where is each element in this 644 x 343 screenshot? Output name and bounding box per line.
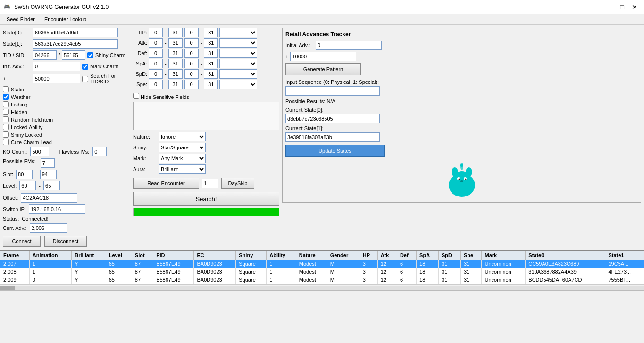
connect-button[interactable]: Connect	[3, 236, 41, 247]
cute-charm-checkbox[interactable]	[3, 139, 9, 145]
table-cell: Square	[236, 268, 267, 276]
scrollbar-track[interactable]	[0, 286, 644, 291]
table-cell: 3	[360, 276, 377, 284]
slot-min-input[interactable]	[16, 170, 33, 179]
spe-min-input[interactable]	[149, 80, 163, 89]
static-checkbox[interactable]	[3, 86, 9, 92]
def2-max-input[interactable]	[204, 49, 218, 58]
atk2-max-input[interactable]	[204, 38, 218, 48]
close-button[interactable]: ✕	[629, 2, 640, 12]
random-held-item-checkbox[interactable]	[3, 116, 9, 122]
table-cell: B5867E49	[153, 276, 194, 284]
menu-encounter-lookup[interactable]: Encounter Lookup	[40, 15, 91, 24]
shiny-select[interactable]: Star/Square	[159, 143, 206, 152]
slot-max-input[interactable]	[40, 170, 57, 179]
search-tid-sid-checkbox[interactable]	[82, 76, 88, 82]
read-encounter-button[interactable]: Read Encounter	[133, 178, 199, 189]
table-row[interactable]: 2,0090Y6587B5867E49BA0D9023Square1Modest…	[0, 276, 644, 284]
atk-max-input[interactable]	[168, 38, 183, 48]
search-button[interactable]: Search!	[133, 192, 279, 206]
flawless-ivs-input[interactable]	[92, 147, 107, 156]
state0-input[interactable]	[33, 28, 118, 37]
hp-max-input[interactable]	[168, 28, 183, 37]
shiny-locked-checkbox[interactable]	[3, 131, 9, 138]
hidden-row: Hidden	[3, 109, 130, 115]
update-states-button[interactable]: Update States	[285, 145, 385, 157]
level-max-input[interactable]	[43, 181, 60, 190]
current-state0-input[interactable]	[285, 114, 380, 123]
title-bar: 🎮 SwSh OWRNG Generator GUI v2.1.0 — □ ✕	[0, 0, 644, 14]
def2-dropdown[interactable]	[219, 49, 257, 58]
offset-input[interactable]	[21, 193, 77, 203]
mascot-svg	[445, 162, 478, 199]
def-row: Def: -	[133, 49, 183, 58]
weather-checkbox[interactable]	[3, 94, 9, 100]
locked-ability-checkbox[interactable]	[3, 124, 9, 130]
current-state1-input[interactable]	[285, 132, 380, 142]
advance-plus-input[interactable]	[33, 74, 80, 83]
curr-adv-input[interactable]	[30, 223, 67, 233]
day-skip-button[interactable]: DaySkip	[221, 178, 254, 189]
sid-input[interactable]	[62, 50, 85, 60]
spa2-max-input[interactable]	[204, 59, 218, 68]
spe-label: Spe:	[133, 82, 147, 87]
table-row[interactable]: 2,0081Y6587B5867E49BA0D9023Square1Modest…	[0, 268, 644, 276]
atk2-dropdown[interactable]	[219, 38, 257, 48]
possible-ems-input[interactable]	[41, 158, 55, 168]
def-min-input[interactable]	[149, 49, 163, 58]
initial-adv-input[interactable]	[316, 41, 382, 50]
spd2-max-input[interactable]	[204, 69, 218, 79]
def-max-input[interactable]	[168, 49, 183, 58]
spa-max-input[interactable]	[168, 59, 183, 68]
switch-ip-input[interactable]	[29, 204, 85, 214]
spe-max-input[interactable]	[168, 80, 183, 89]
table-cell: 65	[106, 276, 132, 284]
tracker-plus-input[interactable]	[290, 52, 356, 61]
hidden-checkbox[interactable]	[3, 109, 9, 115]
state1-input[interactable]	[33, 39, 118, 49]
nature-select[interactable]: Ignore	[159, 132, 206, 141]
ko-count-input[interactable]	[30, 147, 49, 156]
spa2-dropdown[interactable]	[219, 59, 257, 68]
mark-charm-checkbox[interactable]	[82, 64, 88, 70]
fishing-checkbox[interactable]	[3, 101, 9, 107]
spd2-min-input[interactable]	[184, 69, 199, 79]
spe2-min-input[interactable]	[184, 80, 199, 89]
input-seq-input[interactable]	[285, 86, 380, 96]
table-scroll-area[interactable]: Frame Animation Brilliant Level Slot PID…	[0, 251, 644, 284]
menu-seed-finder[interactable]: Seed Finder	[2, 15, 40, 24]
mark-select[interactable]: Any Mark	[159, 154, 206, 163]
horizontal-scrollbar[interactable]	[0, 284, 644, 292]
hp2-dropdown[interactable]	[219, 28, 257, 37]
table-header: Frame Animation Brilliant Level Slot PID…	[0, 251, 644, 260]
disconnect-button[interactable]: Disconnect	[44, 236, 87, 247]
spd-max-input[interactable]	[168, 69, 183, 79]
spa-min-input[interactable]	[149, 59, 163, 68]
shiny-charm-checkbox[interactable]	[87, 52, 93, 58]
hp2-min-input[interactable]	[184, 28, 199, 37]
init-adv-input[interactable]	[33, 62, 80, 71]
hide-sensitive-checkbox[interactable]	[133, 93, 139, 99]
def2-min-input[interactable]	[184, 49, 199, 58]
spd-min-input[interactable]	[149, 69, 163, 79]
generate-pattern-button[interactable]: Generate Pattern	[285, 63, 361, 75]
spd2-dropdown[interactable]	[219, 69, 257, 79]
atk2-min-input[interactable]	[184, 38, 199, 48]
col-hp: HP	[360, 251, 377, 260]
spe2-dropdown[interactable]	[219, 80, 257, 89]
title-bar-controls: — □ ✕	[603, 2, 640, 12]
spe2-max-input[interactable]	[204, 80, 218, 89]
tid-input[interactable]	[33, 50, 57, 60]
table-cell: 7555BF...	[605, 276, 644, 284]
table-row[interactable]: 2,0071Y6587B5867E49BA0D9023Square1Modest…	[0, 260, 644, 268]
maximize-button[interactable]: □	[618, 2, 627, 12]
atk-min-input[interactable]	[149, 38, 163, 48]
scrollbar-thumb[interactable]	[0, 286, 15, 290]
minimize-button[interactable]: —	[603, 2, 616, 12]
day-skip-count-input[interactable]	[202, 179, 218, 188]
aura-select[interactable]: Brilliant	[159, 164, 206, 174]
hp-min-input[interactable]	[149, 28, 163, 37]
hp2-max-input[interactable]	[204, 28, 218, 37]
level-min-input[interactable]	[19, 181, 36, 190]
spa2-min-input[interactable]	[184, 59, 199, 68]
